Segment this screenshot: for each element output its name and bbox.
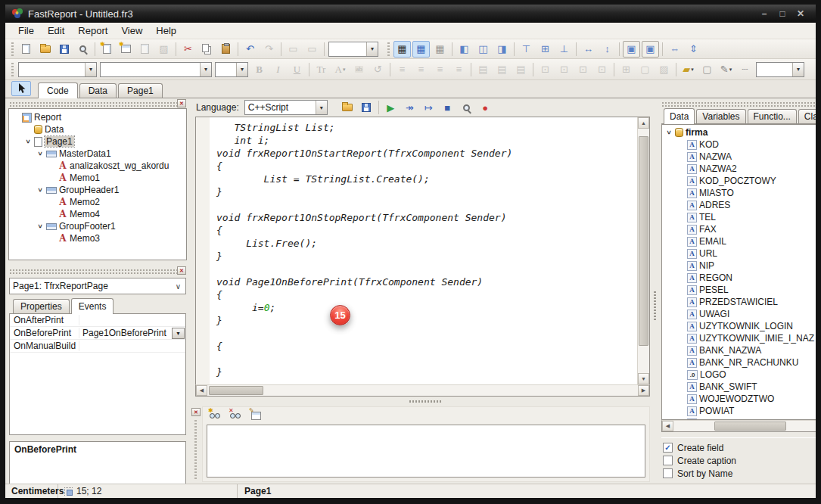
tree-item-uzytkownik-login[interactable]: >AUZYTKOWNIK_LOGIN	[662, 320, 816, 332]
align-text-top-button[interactable]: ▤	[474, 61, 492, 78]
tree-item-bank-nr-rachunku[interactable]: >ABANK_NR_RACHUNKU	[662, 356, 816, 369]
step-into-button[interactable]: ↦	[420, 99, 437, 116]
fit-to-grid-button[interactable]: ▦	[431, 41, 449, 58]
checkbox-checked-icon[interactable]: ✓	[663, 443, 673, 453]
tree-item-kod-pocztowy[interactable]: >AKOD_POCZTOWY	[662, 175, 816, 187]
code-text[interactable]: TStringList List; int i;void frxReport1O…	[196, 117, 637, 384]
object-selector-combo[interactable]: Page1: TfrxReportPage ∨	[9, 278, 186, 294]
event-row-onbeforeprint[interactable]: OnBeforePrintPage1OnBeforePrint▼	[10, 327, 185, 340]
tree-item-memo3[interactable]: >AMemo3	[9, 232, 186, 244]
tree-item-pesel[interactable]: >APESEL	[662, 284, 816, 296]
tree-item-memo1[interactable]: >AMemo1	[9, 172, 186, 184]
delete-page-button[interactable]	[136, 41, 154, 58]
dropdown-arrow-icon[interactable]: ▾	[85, 63, 96, 76]
tree-item-przedstawiciel[interactable]: >APRZEDSTAWICIEL	[662, 296, 816, 308]
scroll-thumb[interactable]	[714, 422, 785, 431]
tree-item-email[interactable]: >AEMAIL	[662, 235, 816, 247]
text-rotation-button[interactable]: ↺	[369, 61, 387, 78]
menu-item-view[interactable]: View	[114, 23, 149, 38]
tab-code[interactable]: Code	[38, 82, 78, 98]
tree-item-uzytkownik-imie-i-naz[interactable]: >AUZYTKOWNIK_IMIE_I_NAZ	[662, 332, 816, 344]
page-settings-button[interactable]: ▨	[155, 41, 173, 58]
space-vertically-button[interactable]: ↕	[599, 41, 616, 58]
scroll-thumb[interactable]	[639, 136, 648, 347]
tree-item-adres[interactable]: >AADRES	[662, 199, 816, 211]
frame-width-select[interactable]: ▾	[756, 62, 804, 77]
dropdown-arrow-icon[interactable]: ▾	[792, 63, 804, 76]
align-text-right-button[interactable]: ≡	[431, 61, 449, 78]
menu-item-report[interactable]: Report	[71, 23, 114, 38]
data-panel-header[interactable]: ✕	[661, 101, 816, 107]
menu-item-edit[interactable]: Edit	[41, 23, 71, 38]
tree-item-gmina[interactable]: >AGMINA	[662, 417, 816, 419]
tree-item-wojewodztwo[interactable]: >AWOJEWODZTWO	[662, 393, 816, 405]
font-size-select[interactable]: ▾	[215, 62, 248, 77]
editor-vscrollbar[interactable]: ▲ ▼	[637, 117, 649, 384]
maximize-button[interactable]: □	[773, 6, 791, 21]
same-height-button[interactable]: ⇕	[685, 41, 702, 58]
tree-item-fax[interactable]: >AFAX	[662, 223, 816, 235]
scroll-down-icon[interactable]: ▼	[638, 373, 649, 384]
tree-item-memo2[interactable]: >AMemo2	[9, 196, 186, 208]
tree-item-page1[interactable]: >Page1	[9, 135, 186, 148]
chevron-down-icon[interactable]: ∨	[176, 282, 181, 291]
font-settings-button[interactable]: Tr	[313, 61, 330, 78]
tree-item-kod[interactable]: >AKOD	[662, 138, 816, 151]
panel-splitter[interactable]	[8, 260, 187, 266]
copy-button[interactable]	[198, 41, 216, 58]
align-bottom-edges-button[interactable]: ⊥	[555, 41, 573, 58]
event-row-onafterprint[interactable]: OnAfterPrint	[10, 314, 185, 327]
align-vertical-centers-button[interactable]: ⊞	[536, 41, 554, 58]
zoom-select[interactable]: ▾	[328, 42, 378, 57]
collapse-chevron-icon[interactable]: >	[36, 150, 44, 157]
align-horizontal-centers-button[interactable]: ◫	[474, 41, 492, 58]
save-script-button[interactable]	[358, 99, 375, 116]
dropdown-arrow-icon[interactable]: ▾	[366, 42, 378, 56]
tree-item-bank-nazwa[interactable]: >ABANK_NAZWA	[662, 344, 816, 356]
preview-button[interactable]	[74, 41, 92, 58]
option-create-field[interactable]: ✓Create field	[663, 441, 816, 454]
show-grid-button[interactable]: ▦	[393, 41, 411, 58]
frame-right-line-button[interactable]: ⊡	[593, 61, 611, 78]
undo-button[interactable]: ↶	[241, 41, 259, 58]
tree-item-powiat[interactable]: >APOWIAT	[662, 405, 816, 417]
align-text-justify-button[interactable]: ≡	[450, 61, 468, 78]
tab-data[interactable]: Data	[79, 83, 117, 98]
tree-item-nip[interactable]: >ANIP	[662, 260, 816, 272]
paste-button[interactable]	[217, 41, 235, 58]
checkbox-unchecked-icon[interactable]	[663, 456, 673, 465]
close-panel-icon[interactable]: ✕	[177, 99, 186, 107]
tab-page1[interactable]: Page1	[118, 83, 163, 98]
highlight-button[interactable]: ab	[350, 61, 368, 78]
tree-item-memo4[interactable]: >AMemo4	[9, 208, 186, 220]
dropdown-arrow-icon[interactable]: ▾	[236, 63, 247, 76]
option-create-caption[interactable]: Create caption	[663, 454, 816, 467]
space-horizontally-button[interactable]: ↔	[580, 41, 597, 58]
tab-variables[interactable]: Variables	[696, 109, 745, 123]
cut-button[interactable]: ✂	[179, 41, 197, 58]
toggle-breakpoint-button[interactable]: ●	[477, 99, 494, 116]
align-left-edges-button[interactable]: ◧	[456, 41, 473, 58]
tree-item-url[interactable]: >AURL	[662, 247, 816, 260]
font-name-select[interactable]: ▾	[100, 62, 212, 77]
scroll-track[interactable]	[207, 385, 638, 396]
run-script-button[interactable]: ▶	[382, 99, 400, 116]
tree-item-groupheader1[interactable]: >GroupHeader1	[9, 184, 186, 196]
tab-functio[interactable]: Functio...	[748, 109, 797, 123]
frame-left-line-button[interactable]: ⊡	[574, 61, 592, 78]
tree-item-regon[interactable]: >AREGON	[662, 272, 816, 284]
tree-item-bank-swift[interactable]: >ABANK_SWIFT	[662, 381, 816, 393]
same-width-button[interactable]: ⇔	[666, 41, 683, 58]
inspector-panel-header[interactable]: ✕	[9, 268, 186, 275]
dropdown-arrow-icon[interactable]: ▾	[691, 67, 694, 73]
align-text-left-button[interactable]: ≡	[393, 61, 411, 78]
redo-button[interactable]: ↷	[260, 41, 278, 58]
scroll-thumb[interactable]	[209, 386, 263, 395]
collapse-chevron-icon[interactable]: >	[665, 129, 673, 136]
new-report-button[interactable]	[17, 41, 35, 58]
frame-style-button[interactable]: ┄	[736, 61, 754, 78]
tree-item-nazwa[interactable]: >ANAZWA	[662, 151, 816, 163]
toolbar-grip[interactable]	[11, 42, 14, 56]
scroll-left-icon[interactable]: ◀	[196, 385, 207, 396]
align-top-edges-button[interactable]: ⊤	[518, 41, 535, 58]
